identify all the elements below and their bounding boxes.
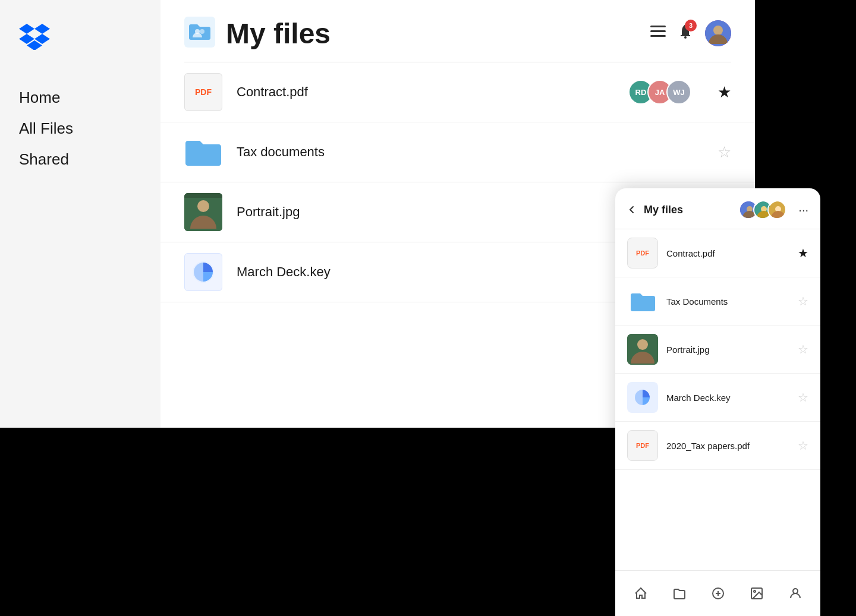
panel-avatar-3: [767, 200, 786, 219]
page-header: My files 3: [160, 0, 755, 62]
notification-badge: 3: [685, 20, 697, 31]
svg-rect-5: [650, 35, 666, 37]
panel-star-tax2020[interactable]: ☆: [798, 438, 808, 453]
notifications-button[interactable]: 3: [678, 23, 693, 44]
mobile-panel: My files: [615, 188, 820, 616]
panel-thumb-march: [627, 382, 658, 413]
panel-nav-home[interactable]: [628, 580, 654, 606]
file-item-contract[interactable]: PDF Contract.pdf RD JA WJ ★: [160, 62, 755, 122]
file-name-tax: Tax documents: [237, 144, 691, 160]
panel-thumb-tax2020: PDF: [627, 430, 658, 461]
star-icon-contract[interactable]: ★: [717, 83, 731, 102]
svg-rect-4: [650, 30, 666, 32]
panel-thumb-contract: PDF: [627, 238, 658, 268]
svg-point-10: [197, 200, 209, 212]
user-avatar[interactable]: [705, 20, 731, 46]
file-thumb-contract: PDF: [184, 73, 222, 111]
file-item-tax[interactable]: Tax documents ☆: [160, 122, 755, 182]
panel-file-name-march: March Deck.key: [666, 393, 789, 403]
sidebar-nav: Home All Files Shared: [19, 88, 141, 180]
file-thumb-march: [184, 253, 222, 291]
file-thumb-tax: [184, 133, 222, 171]
sidebar-item-all-files[interactable]: All Files: [19, 119, 141, 139]
pdf-label: PDF: [195, 87, 212, 97]
panel-header: My files: [615, 188, 820, 229]
sidebar: Home All Files Shared: [0, 0, 160, 428]
panel-file-item-tax[interactable]: Tax Documents ☆: [615, 277, 820, 326]
sidebar-item-home[interactable]: Home: [19, 88, 141, 108]
svg-rect-3: [650, 26, 666, 27]
panel-file-item-contract[interactable]: PDF Contract.pdf ★: [615, 229, 820, 277]
header-folder-icon: [184, 17, 215, 50]
dropbox-logo[interactable]: [19, 24, 141, 52]
panel-thumb-tax: [627, 286, 658, 317]
panel-star-portrait[interactable]: ☆: [798, 342, 808, 356]
panel-nav-profile[interactable]: [782, 580, 808, 606]
panel-nav-photos[interactable]: [744, 580, 770, 606]
panel-nav-files[interactable]: [666, 580, 693, 606]
panel-star-tax[interactable]: ☆: [798, 294, 808, 308]
panel-file-item-tax2020[interactable]: PDF 2020_Tax papers.pdf ☆: [615, 422, 820, 470]
panel-file-item-march[interactable]: March Deck.key ☆: [615, 374, 820, 422]
avatar-wj: WJ: [666, 80, 691, 105]
svg-point-8: [713, 26, 723, 35]
panel-nav-add[interactable]: [705, 580, 731, 606]
sidebar-item-shared[interactable]: Shared: [19, 150, 141, 170]
panel-file-item-portrait[interactable]: Portrait.jpg ☆: [615, 326, 820, 374]
menu-icon[interactable]: [650, 26, 666, 41]
panel-file-name-contract: Contract.pdf: [666, 248, 789, 258]
panel-shared-avatars: [739, 200, 786, 219]
panel-file-name-tax2020: 2020_Tax papers.pdf: [666, 441, 789, 451]
header-left: My files: [184, 17, 331, 50]
page-title: My files: [226, 17, 331, 50]
panel-file-list: PDF Contract.pdf ★ Tax Documents ☆: [615, 229, 820, 570]
svg-point-20: [637, 339, 648, 350]
svg-rect-6: [684, 36, 687, 39]
header-right: 3: [650, 20, 731, 46]
panel-thumb-portrait: [627, 334, 658, 365]
star-icon-tax[interactable]: ☆: [717, 143, 731, 162]
panel-back-button[interactable]: [627, 205, 637, 214]
shared-avatars-contract: RD JA WJ: [628, 80, 691, 105]
svg-point-2: [200, 29, 204, 34]
svg-rect-11: [184, 193, 222, 198]
panel-file-name-tax: Tax Documents: [666, 296, 789, 307]
file-thumb-portrait: [184, 193, 222, 231]
svg-point-26: [754, 590, 756, 592]
panel-star-march[interactable]: ☆: [798, 390, 808, 405]
panel-star-contract[interactable]: ★: [798, 246, 808, 260]
panel-file-name-portrait: Portrait.jpg: [666, 345, 789, 355]
svg-point-27: [793, 589, 798, 593]
panel-title: My files: [644, 204, 732, 216]
panel-more-button[interactable]: ···: [798, 203, 808, 217]
file-name-contract: Contract.pdf: [237, 84, 614, 100]
panel-bottom-nav: [615, 570, 820, 616]
